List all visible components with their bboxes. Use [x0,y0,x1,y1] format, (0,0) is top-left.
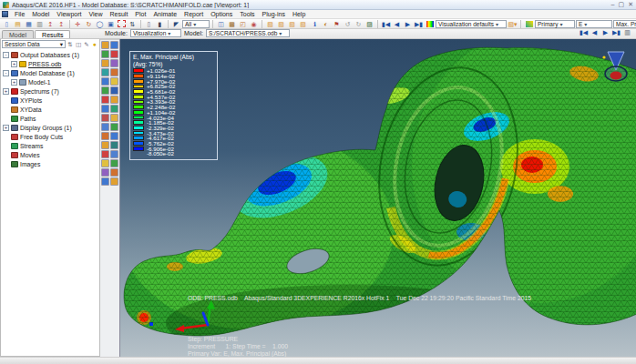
tree-expander[interactable] [3,134,9,140]
tree-item[interactable]: Streams [1,141,99,150]
tree-expander[interactable]: + [11,61,17,67]
toolbox-icon[interactable] [110,68,118,76]
toolbox-icon[interactable] [110,86,118,95]
rotate-view-icon[interactable]: ↻ [84,19,94,28]
tree-item[interactable]: XYData [1,105,99,114]
tree-item[interactable]: + Display Groups (1) [1,123,99,132]
tree-expander[interactable] [3,97,9,104]
tree-item[interactable]: XYPlots [1,96,99,105]
toolbox-icon[interactable] [101,68,109,76]
menu-item[interactable]: Tools [236,11,258,17]
toolbox-icon[interactable] [110,123,118,131]
toolbox-icon[interactable] [110,159,118,167]
menu-item[interactable]: View [85,11,106,17]
tree-item[interactable]: - Output Databases (1) [1,50,99,59]
box-zoom-icon[interactable]: ▣ [106,19,116,28]
tree-item[interactable]: Movies [1,150,99,159]
toolbox-icon[interactable] [101,123,109,131]
toolbox-icon[interactable] [110,141,118,149]
toolbox-icon[interactable] [110,177,118,186]
toolbox-icon[interactable] [101,159,109,167]
menu-item[interactable]: Plug-ins [259,11,289,17]
toolbox-icon[interactable] [101,86,109,95]
3dexperience-compass[interactable] [597,46,633,92]
menu-item[interactable]: Animate [149,11,180,17]
auto-fit-view-icon[interactable] [117,19,127,28]
tree-expander[interactable]: + [3,125,9,131]
view-left-icon[interactable]: ▧ [298,19,308,28]
tree-expander[interactable]: + [3,88,9,95]
view-front-icon[interactable]: ▧ [276,19,286,28]
upload-odb-icon[interactable]: ↥ [46,19,56,28]
select-cursor-icon[interactable]: ◤ [171,19,181,28]
tree-edit-icon[interactable]: ✎ [83,41,90,48]
render-beads-icon[interactable]: ◐ [321,19,331,28]
menu-item[interactable]: Help [289,11,309,17]
toolbox-icon[interactable] [101,41,109,49]
magnify-view-icon[interactable]: ◯ [95,19,105,28]
tree-item[interactable]: + Spectrums (7) [1,86,99,96]
toolbox-icon[interactable] [101,59,109,67]
module-combo[interactable]: Visualization▾ [130,29,181,37]
close-button[interactable]: ✕ [628,1,633,8]
first-frame-button[interactable]: ▮◀ [381,19,391,28]
tree-item[interactable]: Free Body Cuts [1,132,99,141]
next-frame-button[interactable]: ▶ [403,19,413,28]
tree-expander[interactable] [3,152,9,158]
tree-expander[interactable] [3,143,9,149]
toolbox-icon[interactable] [110,132,118,140]
tab-model[interactable]: Model [2,30,34,38]
highlight-icon[interactable]: ◉ [249,19,259,28]
maximize-button[interactable]: ▢ [619,1,625,8]
menu-item[interactable]: File [11,11,28,17]
toolbox-icon[interactable] [101,168,109,177]
field-output-position-combo[interactable]: Primary▾ [535,20,575,28]
render-wireframe-icon[interactable]: ▯ [144,19,154,28]
first-frame-button[interactable]: ▮◀ [579,27,589,36]
previous-frame-button[interactable]: ◀ [392,19,402,28]
menu-item[interactable]: Model [28,11,53,17]
info-icon[interactable]: ℹ [310,19,320,28]
menu-item[interactable]: Options [207,11,236,17]
toolbox-icon[interactable] [101,114,109,122]
save-icon[interactable]: ▦ [24,19,34,28]
display-group-icon[interactable]: ▩ [227,19,237,28]
toolbox-icon[interactable] [110,50,118,58]
toolbox-icon[interactable] [110,105,118,113]
previous-frame-button[interactable]: ◀ [590,27,600,36]
upload-model-icon[interactable]: ↥ [56,19,67,28]
menu-item[interactable]: Plot [131,11,149,17]
open-file-icon[interactable]: ▤ [13,19,23,28]
job-monitor-icon[interactable]: ▨ [364,19,374,28]
query-icon[interactable]: ◫ [216,19,226,28]
toolbox-icon[interactable] [110,150,118,158]
toolbox-icon[interactable] [101,177,109,186]
render-shaded-icon[interactable]: ▮ [155,19,165,28]
tree-expander[interactable]: - [3,52,9,58]
menu-item[interactable]: Report [180,11,207,17]
selection-filter-combo[interactable]: All▾ [182,20,210,28]
tree-expander[interactable] [3,116,9,122]
tree-item[interactable]: Images [1,159,99,168]
toolbox-icon[interactable] [110,168,118,177]
undo-icon[interactable]: ↺ [343,19,353,28]
color-code-icon[interactable]: ◰ [238,19,248,28]
tree-item[interactable]: + PRESS.odb [1,59,99,68]
minimize-button[interactable]: – [611,1,615,8]
tree-expander[interactable]: + [11,79,17,86]
tree-sort-icon[interactable]: ⇅ [67,41,74,48]
viewport-canvas[interactable]: E, Max. Principal (Abs) (Avg: 75%) +1.02… [119,39,636,357]
flag-icon[interactable]: ⚑ [332,19,342,28]
spectrum-icon[interactable] [425,19,435,28]
redo-icon[interactable]: ↻ [354,19,364,28]
last-frame-button[interactable]: ▶▮ [611,27,621,36]
tree-collapse-icon[interactable]: ◫ [75,41,82,48]
cycle-views-icon[interactable]: ⇅ [128,19,138,28]
toolbox-icon[interactable] [110,41,118,49]
tree-item[interactable]: Paths [1,114,99,123]
tree-item[interactable]: + Model-1 [1,77,99,86]
toolbox-icon[interactable] [101,150,109,158]
contour-legend[interactable]: E, Max. Principal (Abs) (Avg: 75%) +1.02… [129,51,218,160]
tree-item[interactable]: - Model Database (1) [1,68,99,77]
viewport-menu-icon[interactable] [2,11,8,17]
